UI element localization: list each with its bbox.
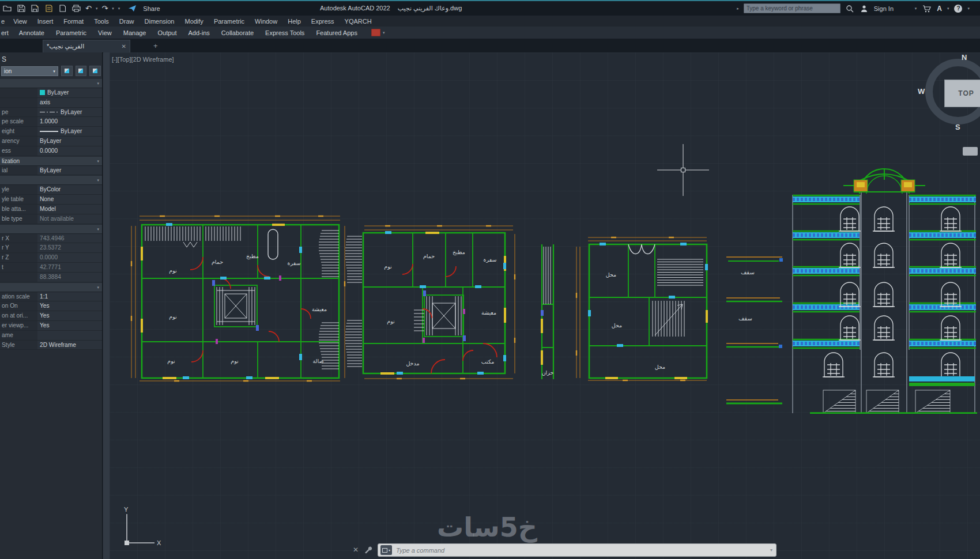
property-row-ucs-icon-on[interactable]: on OnYes xyxy=(0,301,102,311)
property-row-plot-style-table[interactable]: yle tableNone xyxy=(0,195,102,205)
save-as-icon[interactable] xyxy=(30,3,40,13)
menu-item-yqarch[interactable]: YQARCH xyxy=(340,18,377,25)
ribbon-tab-collaborate[interactable]: Collaborate xyxy=(216,29,259,36)
property-row-lineweight[interactable]: eightByLayer xyxy=(0,127,102,137)
property-row-center-x[interactable]: r X743.4946 xyxy=(0,234,102,244)
property-row-ucs-per-viewport[interactable]: er viewp...Yes xyxy=(0,321,102,331)
share-label[interactable]: Share xyxy=(143,5,160,12)
quick-select-button[interactable] xyxy=(89,66,101,76)
section-general[interactable]: ▾ xyxy=(0,79,102,88)
ribbon-tab-featured-apps[interactable]: Featured Apps xyxy=(310,29,363,36)
section-view[interactable]: ▾ xyxy=(0,225,102,234)
file-tab-active[interactable]: *الفريني نجيب ✕ xyxy=(43,40,130,52)
select-objects-button[interactable] xyxy=(76,66,87,76)
close-icon[interactable]: ✕ xyxy=(122,43,126,50)
property-row-ucs-icon-origin[interactable]: on at ori...Yes xyxy=(0,311,102,321)
share-icon[interactable] xyxy=(127,3,137,13)
floor-plan-third[interactable]: محل محل محل خزان xyxy=(536,224,709,383)
ribbon-tab-addins[interactable]: Add-ins xyxy=(183,29,216,36)
floor-plan-first[interactable]: حمام مطبخ سفرة نوم معيشة نوم نوم نوم صال… xyxy=(128,212,348,384)
property-row-plot-table-attached[interactable]: ble atta...Model xyxy=(0,205,102,214)
viewcube-top-face[interactable]: TOP xyxy=(944,80,980,107)
redo-caret-icon[interactable]: ▾ xyxy=(112,6,114,10)
toolbar-caret-icon[interactable]: ▾ xyxy=(118,6,120,10)
menu-item-view[interactable]: View xyxy=(8,18,32,25)
sign-in-label[interactable]: Sign In xyxy=(874,5,894,12)
toggle-pickadd-button[interactable] xyxy=(61,66,73,76)
menu-item-tools[interactable]: Tools xyxy=(89,18,114,25)
open-icon[interactable] xyxy=(2,3,12,13)
drawing-canvas[interactable]: [-][Top][2D Wireframe] N W S TOP xyxy=(110,52,980,559)
navbar-button[interactable] xyxy=(963,147,978,156)
viewcube-north[interactable]: N xyxy=(962,53,967,62)
search-icon[interactable] xyxy=(845,3,855,13)
help-icon[interactable]: ? xyxy=(954,5,962,13)
ribbon-tab-parametric[interactable]: Parametric xyxy=(50,29,92,36)
a-caret-icon[interactable]: ▾ xyxy=(947,6,949,10)
section-3d-visualization[interactable]: lization▾ xyxy=(0,157,102,166)
menu-item-dimension[interactable]: Dimension xyxy=(140,18,180,25)
property-row-plot-style[interactable]: yleByColor xyxy=(0,185,102,195)
cart-icon[interactable] xyxy=(922,3,932,13)
new-tab-button[interactable]: + xyxy=(153,42,158,50)
property-row-visual-style[interactable]: Style2D Wireframe xyxy=(0,341,102,350)
property-row-material[interactable]: ialByLayer xyxy=(0,166,102,176)
section-plot-style[interactable]: ▾ xyxy=(0,176,102,185)
menu-item-file-fragment[interactable]: e xyxy=(0,18,8,25)
ribbon-tab-output[interactable]: Output xyxy=(152,29,183,36)
ribbon-tab-view[interactable]: View xyxy=(92,29,118,36)
property-row-annotation-scale[interactable]: ation scale1:1 xyxy=(0,292,102,302)
command-options-icon[interactable]: ▾ xyxy=(380,545,392,555)
ribbon-tab-express-tools[interactable]: Express Tools xyxy=(259,29,310,36)
command-close-icon[interactable]: ✕ xyxy=(353,546,359,554)
floor-plan-second[interactable]: نوم حمام مطبخ سفرة نوم معيشة مدخل مكتب xyxy=(345,222,518,383)
menu-item-modify[interactable]: Modify xyxy=(179,18,208,25)
ribbon-tab-annotate[interactable]: Annotate xyxy=(13,29,50,36)
building-elevation[interactable]: سقف سقف xyxy=(723,165,980,414)
selection-dropdown[interactable]: ion ▾ xyxy=(1,66,58,76)
property-row-center-z[interactable]: r Z0.0000 xyxy=(0,253,102,263)
command-scroll-icon[interactable]: ▾ xyxy=(770,547,772,553)
property-row-center-y[interactable]: r Y23.5372 xyxy=(0,243,102,253)
menu-item-format[interactable]: Format xyxy=(58,18,89,25)
property-row-layer[interactable]: axis xyxy=(0,98,102,108)
palette-edge-bar[interactable] xyxy=(103,52,110,559)
search-arrow-icon[interactable]: ▸ xyxy=(737,6,739,10)
redo-icon[interactable]: ↷ xyxy=(101,5,108,12)
undo-icon[interactable]: ↶ xyxy=(85,5,92,12)
property-row-width[interactable]: 88.3884 xyxy=(0,273,102,282)
plot-icon[interactable] xyxy=(44,3,54,13)
command-line[interactable]: ▾ ▾ xyxy=(378,543,777,557)
ribbon-extra-icon[interactable] xyxy=(371,29,380,36)
user-icon[interactable] xyxy=(860,3,869,13)
property-row-thickness[interactable]: ess0.0000 xyxy=(0,146,102,156)
help-caret-icon[interactable]: ▾ xyxy=(967,6,970,10)
viewcube-south[interactable]: S xyxy=(955,123,960,131)
property-row-plot-table-type[interactable]: ble typeNot available xyxy=(0,214,102,224)
section-misc[interactable]: ▾ xyxy=(0,283,102,292)
menu-item-draw[interactable]: Draw xyxy=(114,18,140,25)
search-input[interactable] xyxy=(744,3,840,13)
property-row-ucs-name[interactable]: ame xyxy=(0,331,102,341)
menu-item-insert[interactable]: Insert xyxy=(32,18,59,25)
menu-item-express[interactable]: Express xyxy=(306,18,340,25)
command-input[interactable] xyxy=(395,546,767,554)
printer-icon[interactable] xyxy=(71,3,81,13)
property-row-height[interactable]: t42.7771 xyxy=(0,263,102,273)
ribbon-tab-insert-fragment[interactable]: ert xyxy=(0,29,13,36)
menu-item-window[interactable]: Window xyxy=(250,18,282,25)
ribbon-extra-caret-icon[interactable]: ▾ xyxy=(383,31,385,35)
autodesk-a-icon[interactable]: A xyxy=(937,5,942,13)
sheet-icon[interactable] xyxy=(58,3,67,13)
property-row-linetype[interactable]: peByLayer xyxy=(0,108,102,118)
property-row-color[interactable]: ByLayer xyxy=(0,88,102,98)
viewcube-west[interactable]: W xyxy=(918,87,925,96)
account-caret-icon[interactable]: ▾ xyxy=(915,6,917,10)
ribbon-tab-manage[interactable]: Manage xyxy=(118,29,152,36)
undo-caret-icon[interactable]: ▾ xyxy=(96,6,98,10)
menu-item-parametric[interactable]: Parametric xyxy=(209,18,250,25)
viewport-controls[interactable]: [-][Top][2D Wireframe] xyxy=(112,56,174,63)
property-row-transparency[interactable]: arencyByLayer xyxy=(0,137,102,146)
save-icon[interactable] xyxy=(16,3,26,13)
property-row-linetype-scale[interactable]: pe scale1.0000 xyxy=(0,117,102,127)
